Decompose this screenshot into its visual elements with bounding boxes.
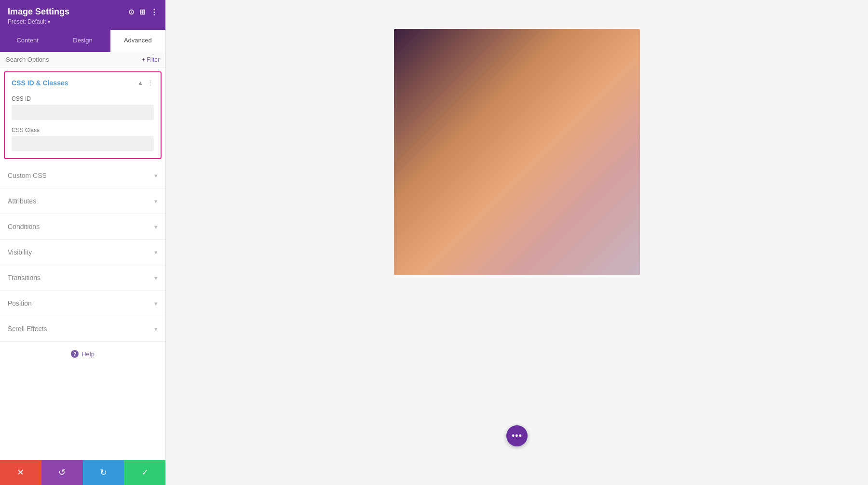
image-canvas: [394, 29, 640, 275]
chevron-up-icon: ▲: [137, 80, 143, 86]
main-content: •••: [166, 0, 868, 485]
attributes-section: Attributes ▾: [0, 189, 165, 214]
css-id-classes-header[interactable]: CSS ID & Classes ▲ ⋮: [5, 72, 161, 94]
help-section[interactable]: ? Help: [0, 342, 165, 365]
tab-design[interactable]: Design: [55, 30, 110, 52]
position-header[interactable]: Position ▾: [0, 291, 165, 316]
transitions-section: Transitions ▾: [0, 265, 165, 291]
sidebar-title-icons: ⊙ ⊞ ⋮: [128, 8, 158, 16]
transitions-header[interactable]: Transitions ▾: [0, 265, 165, 290]
sidebar-tabs: Content Design Advanced: [0, 30, 165, 52]
custom-css-header[interactable]: Custom CSS ▾: [0, 163, 165, 188]
css-id-classes-section: CSS ID & Classes ▲ ⋮ CSS ID CSS Class: [4, 71, 162, 159]
visibility-title: Visibility: [8, 248, 32, 256]
css-id-input[interactable]: [12, 105, 154, 120]
more-icon[interactable]: ⋮: [150, 8, 158, 16]
help-icon: ?: [71, 350, 79, 358]
search-input[interactable]: [6, 56, 142, 63]
scroll-effects-title: Scroll Effects: [8, 325, 47, 333]
cancel-button[interactable]: ✕: [0, 460, 41, 485]
preset-arrow: ▾: [48, 19, 50, 25]
scroll-effects-header[interactable]: Scroll Effects ▾: [0, 316, 165, 341]
sidebar-content: CSS ID & Classes ▲ ⋮ CSS ID CSS Class Cu…: [0, 67, 165, 485]
bottom-bar: ✕ ↺ ↻ ✓: [0, 460, 165, 485]
redo-button[interactable]: ↻: [83, 460, 124, 485]
fab-button[interactable]: •••: [506, 425, 528, 446]
chevron-down-icon: ▾: [154, 172, 158, 179]
visibility-section: Visibility ▾: [0, 240, 165, 265]
section-header-icons: ▲ ⋮: [137, 79, 154, 87]
settings-icon[interactable]: ⊙: [128, 8, 135, 16]
attributes-header[interactable]: Attributes ▾: [0, 189, 165, 214]
chevron-down-icon: ▾: [154, 325, 158, 333]
visibility-header[interactable]: Visibility ▾: [0, 240, 165, 265]
sidebar: Image Settings ⊙ ⊞ ⋮ Preset: Default ▾ C…: [0, 0, 166, 485]
undo-button[interactable]: ↺: [41, 460, 83, 485]
chevron-down-icon: ▾: [154, 249, 158, 256]
conditions-header[interactable]: Conditions ▾: [0, 214, 165, 239]
section-menu-icon[interactable]: ⋮: [147, 79, 154, 87]
position-title: Position: [8, 299, 32, 307]
tab-advanced[interactable]: Advanced: [110, 30, 165, 52]
chevron-down-icon: ▾: [154, 223, 158, 230]
css-id-classes-body: CSS ID CSS Class: [5, 94, 161, 158]
tab-content[interactable]: Content: [0, 30, 55, 52]
css-class-label: CSS Class: [12, 127, 154, 134]
sidebar-header: Image Settings ⊙ ⊞ ⋮ Preset: Default ▾: [0, 0, 165, 30]
save-button[interactable]: ✓: [124, 460, 165, 485]
position-section: Position ▾: [0, 291, 165, 316]
scroll-effects-section: Scroll Effects ▾: [0, 316, 165, 342]
css-id-label: CSS ID: [12, 95, 154, 102]
transitions-title: Transitions: [8, 274, 41, 282]
css-class-input[interactable]: [12, 136, 154, 151]
sidebar-title: Image Settings: [8, 7, 69, 17]
conditions-title: Conditions: [8, 223, 40, 230]
chevron-down-icon: ▾: [154, 198, 158, 205]
search-bar: + Filter: [0, 52, 165, 67]
sidebar-title-row: Image Settings ⊙ ⊞ ⋮: [8, 7, 158, 17]
custom-css-title: Custom CSS: [8, 172, 47, 179]
chevron-down-icon: ▾: [154, 300, 158, 307]
conditions-section: Conditions ▾: [0, 214, 165, 240]
attributes-title: Attributes: [8, 197, 36, 205]
help-label: Help: [81, 350, 95, 358]
custom-css-section: Custom CSS ▾: [0, 163, 165, 189]
css-id-classes-title: CSS ID & Classes: [12, 79, 68, 87]
chevron-down-icon: ▾: [154, 274, 158, 282]
preset-label[interactable]: Preset: Default ▾: [8, 18, 158, 25]
columns-icon[interactable]: ⊞: [139, 8, 146, 16]
filter-button[interactable]: + Filter: [142, 56, 160, 63]
